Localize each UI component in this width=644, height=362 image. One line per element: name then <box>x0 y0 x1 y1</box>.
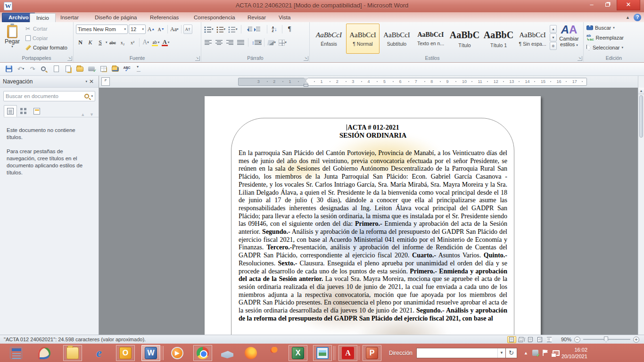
new-from-template-button[interactable] <box>111 65 119 73</box>
address-go-icon[interactable]: ↻ <box>506 348 517 358</box>
address-input[interactable]: ▼ <box>416 348 506 358</box>
taskbar-chrome[interactable] <box>193 345 212 361</box>
restore-button[interactable] <box>600 0 615 10</box>
style-enfasis[interactable]: AaBbCcI Énfasis <box>312 24 346 54</box>
taskbar-calculator[interactable] <box>7 345 25 361</box>
view-outline-button[interactable] <box>536 336 545 343</box>
underline-dropdown-icon[interactable]: ▾ <box>106 41 107 44</box>
subscript-button[interactable]: x₂ <box>118 38 127 47</box>
styles-scroll-down[interactable]: ▼ <box>550 33 557 41</box>
taskbar-clock[interactable]: 16:02 20/10/2021 <box>561 346 587 360</box>
superscript-button[interactable]: x² <box>128 38 137 47</box>
highlight-button[interactable]: ab▾ <box>151 38 160 47</box>
tab-revisar[interactable]: Revisar <box>241 13 272 22</box>
cut-button[interactable]: ✂Cortar <box>25 24 67 33</box>
edit-table-button[interactable] <box>99 65 107 73</box>
navigation-search-input[interactable]: Buscar en documento ▾ <box>3 91 95 101</box>
align-center-button[interactable] <box>215 38 223 47</box>
zoom-slider-thumb[interactable] <box>604 337 608 342</box>
tab-insertar[interactable]: Insertar <box>54 13 85 22</box>
font-name-combo[interactable]: Times New Rom▾ <box>76 25 128 34</box>
zoom-level[interactable]: 90% <box>561 337 571 342</box>
zoom-in-icon[interactable]: + <box>633 337 639 343</box>
line-spacing-button[interactable]: ↕▾ <box>251 38 261 47</box>
show-hidden-icons[interactable]: ▲ <box>524 351 528 355</box>
view-draft-button[interactable] <box>545 336 554 343</box>
vertical-scrollbar[interactable]: ▲ <box>638 76 644 335</box>
taskbar-grill-tool[interactable] <box>265 345 284 361</box>
taskbar-file-explorer[interactable] <box>63 345 82 361</box>
scroll-up-icon[interactable]: ▲ <box>638 88 644 94</box>
view-print-layout-button[interactable] <box>507 336 516 343</box>
shading-button[interactable]: ▾ <box>267 38 276 47</box>
paragraph-dialog-launcher[interactable]: ↘ <box>304 56 308 61</box>
tab-vista[interactable]: Vista <box>272 13 297 22</box>
style-titulo-1[interactable]: AaBbC Título 1 <box>482 24 515 54</box>
zoom-out-icon[interactable]: − <box>574 337 580 343</box>
close-button[interactable]: ✕ <box>617 0 640 10</box>
align-left-button[interactable] <box>204 38 213 47</box>
paste-button[interactable]: Pegar ▾ <box>2 24 23 55</box>
underline-button[interactable]: S <box>96 38 105 47</box>
increase-indent-button[interactable] <box>255 25 264 34</box>
align-right-button[interactable] <box>225 38 234 47</box>
show-paragraph-marks-button[interactable]: ¶ <box>285 25 294 34</box>
next-heading-icon[interactable]: ▼ <box>90 112 94 117</box>
previous-heading-icon[interactable]: ▲ <box>81 112 85 117</box>
italic-button[interactable]: K <box>86 38 95 47</box>
new-document-button[interactable] <box>52 65 60 73</box>
action-center-flag-icon[interactable] <box>543 350 548 356</box>
select-button[interactable]: Seleccionar▾ <box>586 43 644 52</box>
strikethrough-button[interactable]: abc <box>108 38 117 47</box>
taskbar-scanner[interactable] <box>218 345 237 361</box>
email-attach-button[interactable] <box>64 65 72 73</box>
style-sin-espaciado[interactable]: AaBbCcI ¶ Sin espa... <box>516 24 549 54</box>
search-options-dropdown-icon[interactable]: ▾ <box>91 94 93 98</box>
document-page[interactable]: ACTA # 012-2021 SESIÓN ORDINARIA En la p… <box>205 96 541 335</box>
nav-tab-headings[interactable] <box>4 105 17 117</box>
nav-tab-results[interactable] <box>30 105 43 117</box>
quick-print-button[interactable] <box>87 65 96 73</box>
clear-formatting-button[interactable]: A† <box>183 25 192 34</box>
change-styles-button[interactable]: AA Cambiar estilos ▾ <box>557 24 581 55</box>
taskbar-powerpoint[interactable]: P <box>363 345 381 361</box>
address-dropdown-icon[interactable]: ▼ <box>497 348 505 358</box>
style-normal[interactable]: AaBbCcI ¶ Normal <box>346 24 380 54</box>
help-icon[interactable]: ? <box>634 14 641 21</box>
numbering-button[interactable]: ▾ <box>216 25 226 34</box>
font-color-button[interactable]: A▾ <box>161 38 170 47</box>
network-tray-icon[interactable] <box>553 350 560 356</box>
tab-stop-selector[interactable]: ⌜ <box>101 77 110 86</box>
usb-tray-icon[interactable] <box>532 350 538 356</box>
grow-font-button[interactable]: A▲ <box>147 25 156 34</box>
taskbar-paint[interactable] <box>35 345 54 361</box>
view-full-screen-reading-button[interactable] <box>517 336 526 343</box>
nav-tab-pages[interactable] <box>17 105 30 117</box>
change-case-button[interactable]: Aa▾ <box>170 25 179 34</box>
styles-dialog-launcher[interactable]: ↘ <box>578 56 582 61</box>
taskbar-firefox[interactable] <box>241 345 260 361</box>
taskbar-media-player[interactable]: ▶ <box>168 345 187 361</box>
view-web-layout-button[interactable] <box>526 336 535 343</box>
styles-gallery-expand[interactable]: ⚙ <box>550 42 557 50</box>
justify-button[interactable] <box>236 38 245 47</box>
navigation-pane-close-icon[interactable]: ✕ <box>87 78 96 85</box>
taskbar-drafting-compass[interactable]: A <box>339 345 357 361</box>
style-subtitulo[interactable]: AaBbCcI Subtítulo <box>380 24 413 54</box>
tab-inicio[interactable]: Inicio <box>30 13 56 22</box>
tab-correspondencia[interactable]: Correspondencia <box>188 13 241 22</box>
font-dialog-launcher[interactable]: ↘ <box>195 56 200 61</box>
format-painter-button[interactable]: Copiar formato <box>25 43 67 52</box>
taskbar-internet-explorer[interactable]: e <box>90 345 108 361</box>
indent-markers[interactable] <box>304 78 308 87</box>
taskbar-outlook[interactable]: O <box>116 345 135 361</box>
qat-more-button[interactable]: ▾― <box>134 65 143 73</box>
undo-button[interactable]: ↶▾ <box>17 65 25 73</box>
open-button[interactable] <box>75 65 84 73</box>
scrollbar-thumb[interactable] <box>639 95 643 138</box>
taskbar-word[interactable]: W <box>141 345 160 361</box>
minimize-button[interactable]: – <box>585 0 599 10</box>
tab-diseno-de-pagina[interactable]: Diseño de página <box>89 13 143 22</box>
find-button[interactable]: Buscar▾ <box>586 23 644 32</box>
taskbar-image-viewer[interactable] <box>313 345 332 361</box>
